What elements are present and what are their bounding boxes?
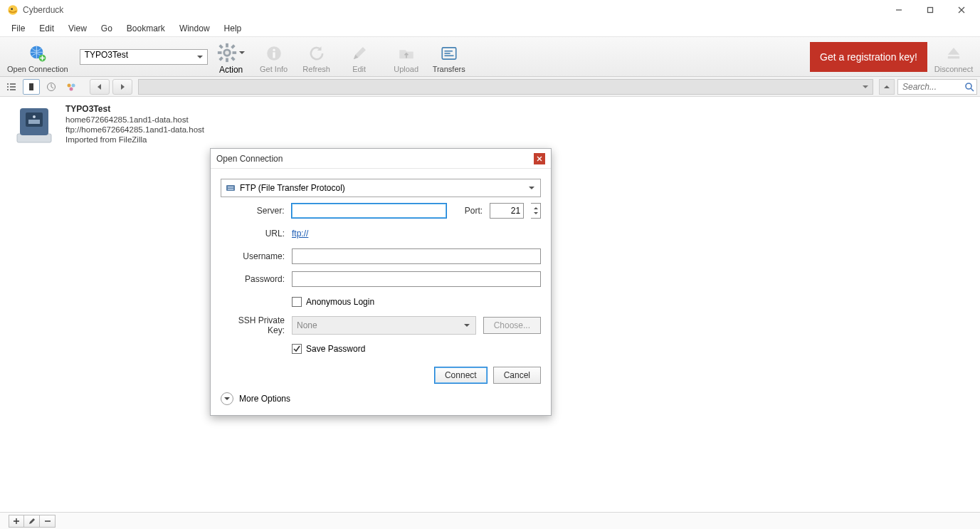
svg-point-0 xyxy=(8,5,17,14)
transfers-label: Transfers xyxy=(433,65,465,73)
info-icon xyxy=(264,43,284,63)
add-bookmark-button[interactable] xyxy=(9,515,24,528)
svg-rect-38 xyxy=(226,185,235,191)
save-password-checkbox[interactable]: Save Password xyxy=(292,344,365,354)
connect-button[interactable]: Connect xyxy=(434,367,488,384)
password-label: Password: xyxy=(221,274,285,284)
open-connection-button[interactable]: Open Connection xyxy=(4,42,71,75)
disconnect-button[interactable]: Disconnect xyxy=(932,42,976,75)
refresh-label: Refresh xyxy=(302,65,330,73)
bookmarks-view-button[interactable] xyxy=(23,79,40,95)
open-connection-label: Open Connection xyxy=(7,65,68,73)
path-dropdown[interactable] xyxy=(138,79,873,95)
gear-icon xyxy=(216,42,238,63)
bookmark-row[interactable]: TYPO3Test home672664285.1and1-data.host … xyxy=(0,97,980,154)
port-spinner[interactable] xyxy=(531,203,541,219)
ssh-key-select: None xyxy=(292,316,476,335)
refresh-button[interactable]: Refresh xyxy=(297,42,336,75)
ssh-key-value: None xyxy=(297,320,317,330)
transfers-icon xyxy=(439,43,459,63)
svg-rect-25 xyxy=(948,56,959,58)
save-password-label: Save Password xyxy=(306,344,365,354)
svg-rect-39 xyxy=(228,187,233,188)
app-title: Cyberduck xyxy=(23,5,63,15)
get-info-button[interactable]: Get Info xyxy=(255,42,293,75)
port-label: Port: xyxy=(454,206,483,216)
minimize-button[interactable] xyxy=(883,0,915,20)
username-label: Username: xyxy=(221,251,285,261)
main-toolbar: Open Connection TYPO3Test Action Get Inf… xyxy=(0,37,980,77)
cancel-button[interactable]: Cancel xyxy=(493,367,541,384)
disk-icon xyxy=(13,104,56,147)
globe-plus-icon xyxy=(28,43,48,63)
svg-point-31 xyxy=(966,83,971,89)
history-view-button[interactable] xyxy=(43,79,60,95)
chevron-down-icon xyxy=(221,392,233,405)
svg-point-37 xyxy=(33,115,36,118)
bookmark-imported: Imported from FileZilla xyxy=(65,135,204,144)
menu-view[interactable]: View xyxy=(61,22,94,35)
close-button[interactable] xyxy=(946,0,977,20)
anonymous-login-label: Anonymous Login xyxy=(306,297,374,307)
more-options-label: More Options xyxy=(239,394,290,404)
title-bar: Cyberduck xyxy=(0,0,980,20)
browser-navbar xyxy=(0,77,980,97)
port-input[interactable] xyxy=(490,203,524,219)
svg-rect-40 xyxy=(228,189,233,190)
menu-window[interactable]: Window xyxy=(172,22,217,35)
nav-forward-button[interactable] xyxy=(112,79,132,95)
menu-file[interactable]: File xyxy=(4,22,32,35)
ftp-icon xyxy=(226,183,236,193)
bookmark-quick-select-value: TYPO3Test xyxy=(85,50,128,60)
refresh-icon xyxy=(307,43,327,63)
registration-banner[interactable]: Get a registration key! xyxy=(810,42,927,72)
svg-point-17 xyxy=(225,51,229,55)
username-input[interactable] xyxy=(292,248,541,264)
edit-bookmark-button[interactable] xyxy=(24,515,40,528)
action-label: Action xyxy=(219,65,243,75)
menu-help[interactable]: Help xyxy=(217,22,249,35)
ssh-key-label: SSH Private Key: xyxy=(221,315,285,335)
url-link[interactable]: ftp:// xyxy=(292,229,308,239)
dialog-close-button[interactable] xyxy=(534,153,545,164)
svg-point-29 xyxy=(72,83,75,87)
svg-line-14 xyxy=(231,58,234,61)
menu-edit[interactable]: Edit xyxy=(32,22,61,35)
remove-bookmark-button[interactable] xyxy=(40,515,56,528)
nav-back-button[interactable] xyxy=(90,79,110,95)
action-split-button[interactable] xyxy=(216,42,246,65)
go-up-button[interactable] xyxy=(879,79,895,95)
server-input[interactable] xyxy=(291,203,447,219)
transfers-button[interactable]: Transfers xyxy=(430,42,468,75)
upload-button[interactable]: Upload xyxy=(387,42,426,75)
folder-up-icon xyxy=(396,43,416,63)
svg-point-28 xyxy=(68,83,71,87)
svg-rect-26 xyxy=(29,83,33,90)
bookmark-title: TYPO3Test xyxy=(65,104,204,114)
menu-go[interactable]: Go xyxy=(94,22,120,35)
bottom-bar xyxy=(0,512,980,529)
dialog-title: Open Connection xyxy=(216,154,283,164)
anonymous-login-checkbox[interactable]: Anonymous Login xyxy=(292,297,374,307)
choose-key-button: Choose... xyxy=(483,317,541,334)
more-options-toggle[interactable]: More Options xyxy=(221,388,541,405)
url-label: URL: xyxy=(221,229,285,239)
menu-bookmark[interactable]: Bookmark xyxy=(120,22,172,35)
outline-view-button[interactable] xyxy=(3,79,20,95)
svg-point-30 xyxy=(70,87,73,90)
protocol-select-value: FTP (File Transfer Protocol) xyxy=(240,183,345,193)
bonjour-view-button[interactable] xyxy=(63,79,80,95)
server-label: Server: xyxy=(221,206,284,216)
svg-rect-3 xyxy=(928,8,933,13)
pencil-icon xyxy=(349,43,369,63)
dropdown-arrow-icon[interactable] xyxy=(239,42,246,63)
edit-button[interactable]: Edit xyxy=(340,42,379,75)
search-icon xyxy=(964,82,974,92)
svg-rect-20 xyxy=(273,52,275,58)
maximize-button[interactable] xyxy=(915,0,946,20)
password-input[interactable] xyxy=(292,271,541,287)
svg-line-15 xyxy=(231,46,234,48)
upload-label: Upload xyxy=(394,65,418,73)
bookmark-quick-select[interactable]: TYPO3Test xyxy=(80,49,208,65)
protocol-select[interactable]: FTP (File Transfer Protocol) xyxy=(221,179,541,197)
